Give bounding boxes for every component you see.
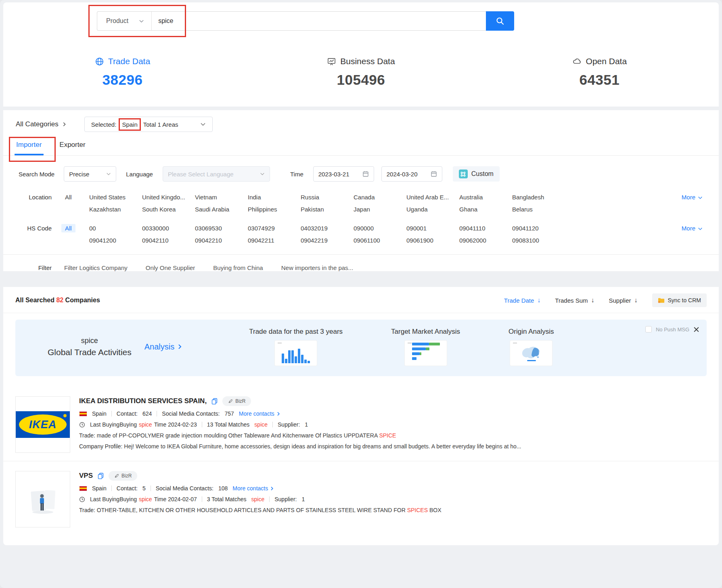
stat-open-data[interactable]: Open Data 64351 — [480, 56, 719, 88]
hscode-option[interactable]: 09041120 — [512, 225, 565, 232]
matches-text: 3 Total Matches — [207, 496, 247, 502]
bizr-label: BizR — [121, 473, 132, 479]
matches-text: 13 Total Matches — [207, 421, 250, 428]
chevron-down-icon — [200, 121, 206, 127]
sort-trade-date[interactable]: Trade Date ↓ — [504, 297, 540, 304]
bizr-badge[interactable]: BizR — [222, 396, 251, 406]
sync-to-crm-button[interactable]: Sync to CRM — [652, 293, 707, 307]
location-option[interactable]: Australia — [459, 194, 512, 201]
banner-keyword-block: spice Global Trade Activities — [48, 337, 132, 357]
filter-option-logistics[interactable]: Filter Logitics Company — [64, 264, 128, 271]
location-option[interactable]: Bangladesh — [512, 194, 565, 201]
search-mode-select[interactable]: Precise — [64, 166, 116, 182]
location-option[interactable]: United States — [89, 194, 142, 201]
custom-date-button[interactable]: Custom — [453, 166, 500, 182]
language-select[interactable]: Please Select Language — [163, 166, 270, 182]
hscode-option[interactable]: 090000 — [354, 225, 406, 232]
location-option[interactable]: Saudi Arabia — [195, 206, 248, 213]
tab-exporter[interactable]: Exporter — [59, 141, 85, 155]
selected-areas-dropdown[interactable]: Selected: Spain Total 1 Areas — [84, 117, 213, 132]
close-icon[interactable] — [693, 326, 699, 333]
hscode-option[interactable]: 09041110 — [459, 225, 512, 232]
bizr-badge[interactable]: BizR — [109, 471, 137, 481]
location-option[interactable]: Russia — [301, 194, 354, 201]
hscode-option[interactable]: 09061900 — [406, 237, 459, 244]
stat-business-data[interactable]: Business Data 105496 — [242, 56, 480, 88]
location-option[interactable]: Kazakhstan — [89, 206, 142, 213]
location-option[interactable]: United Kingdo... — [142, 194, 195, 201]
location-option[interactable]: Vietnam — [195, 194, 248, 201]
more-contacts-link[interactable]: More contacts — [232, 485, 274, 492]
matches-keyword: spice — [251, 496, 265, 502]
date-to-input[interactable]: 2024-03-20 — [381, 166, 442, 182]
company-profile: Company Profile: Hej! Welcome to IKEA Gl… — [79, 443, 707, 450]
hscode-option[interactable]: 09042219 — [301, 237, 354, 244]
sort-trades-sum[interactable]: Trades Sum ↓ — [555, 297, 594, 304]
search-input[interactable] — [152, 17, 486, 25]
location-option-all[interactable]: All — [65, 194, 72, 201]
hscode-option[interactable]: 04032019 — [301, 225, 354, 232]
filters-section: All Categories Selected: Spain Total 1 A… — [3, 110, 719, 271]
ikea-logo: IKEA — [16, 411, 70, 438]
copy-icon[interactable] — [98, 473, 104, 479]
date-from-input[interactable]: 2023-03-21 — [313, 166, 374, 182]
hscode-option-all[interactable]: All — [61, 224, 75, 232]
location-more-link[interactable]: More — [682, 194, 719, 213]
location-option[interactable]: Uganda — [406, 206, 459, 213]
tab-importer[interactable]: Importer — [16, 141, 42, 155]
more-contacts-link[interactable]: More contacts — [239, 410, 280, 417]
sort-supplier[interactable]: Supplier ↓ — [609, 297, 637, 304]
hscode-option[interactable]: 03074929 — [248, 225, 301, 232]
buying-keyword: spice — [139, 496, 152, 502]
location-option[interactable]: Philippines — [248, 206, 301, 213]
date-to-value: 2024-03-20 — [387, 171, 418, 178]
search-bar: Product — [97, 11, 514, 31]
contact-value: 624 — [142, 410, 152, 417]
hscode-option[interactable]: 09083100 — [512, 237, 565, 244]
filter-option-one-supplier[interactable]: Only One Supplier — [146, 264, 195, 271]
summary-count: 82 — [56, 297, 63, 303]
search-button[interactable] — [486, 11, 514, 31]
hscode-option[interactable]: 00 — [89, 225, 142, 232]
hscode-more-link[interactable]: More — [682, 225, 719, 244]
copy-icon[interactable] — [211, 398, 218, 404]
company-name[interactable]: IKEA DISTRIBUTION SERVICES SPAIN, — [79, 397, 207, 405]
filter-option-buying-from-china[interactable]: Buying from China — [213, 264, 263, 271]
hscode-option[interactable]: 09041200 — [89, 237, 142, 244]
location-option[interactable]: Canada — [354, 194, 406, 201]
location-option[interactable]: Pakistan — [301, 206, 354, 213]
hscode-option[interactable]: 09042211 — [248, 237, 301, 244]
search-category-dropdown[interactable]: Product — [97, 12, 152, 30]
location-option[interactable]: Japan — [354, 206, 406, 213]
hscode-option[interactable]: 09061100 — [354, 237, 406, 244]
company-name[interactable]: VPS — [79, 472, 93, 480]
all-categories-label: All Categories — [16, 120, 59, 128]
results-section: All Searched 82 Companies Trade Date ↓ T… — [3, 287, 719, 545]
location-option[interactable]: Belarus — [512, 206, 565, 213]
stat-trade-data[interactable]: Trade Data 38296 — [3, 56, 242, 88]
company-card-ikea: IKEA IKEA DISTRIBUTION SERVICES SPAIN, B… — [3, 387, 719, 461]
banner-card-trade-data[interactable]: Trade data for the past 3 years — [249, 328, 343, 366]
bar-chart-thumbnail — [275, 341, 317, 366]
company-logo[interactable] — [15, 471, 70, 527]
arrow-down-icon: ↓ — [591, 297, 594, 304]
filter-option-new-importers[interactable]: New importers in the pas... — [281, 264, 353, 271]
location-option[interactable]: Ghana — [459, 206, 512, 213]
location-option[interactable]: India — [248, 194, 301, 201]
sync-to-crm-label: Sync to CRM — [668, 297, 701, 303]
location-option[interactable]: South Korea — [142, 206, 195, 213]
no-push-checkbox[interactable] — [645, 326, 652, 333]
banner-card-origin[interactable]: Origin Analysis — [509, 328, 554, 366]
hscode-option[interactable]: 00330000 — [142, 225, 195, 232]
banner-card-target-market[interactable]: Target Market Analysis — [391, 328, 460, 366]
hscode-option[interactable]: 03069530 — [195, 225, 248, 232]
hscode-option[interactable]: 09062000 — [459, 237, 512, 244]
analysis-link[interactable]: Analysis — [144, 342, 182, 352]
hscode-option[interactable]: 09042110 — [142, 237, 195, 244]
all-categories-link[interactable]: All Categories — [16, 120, 67, 128]
stat-value: 105496 — [337, 72, 385, 88]
hscode-option[interactable]: 09042210 — [195, 237, 248, 244]
hscode-option[interactable]: 090001 — [406, 225, 459, 232]
company-logo[interactable]: IKEA — [15, 396, 70, 453]
location-option[interactable]: United Arab E... — [406, 194, 459, 201]
